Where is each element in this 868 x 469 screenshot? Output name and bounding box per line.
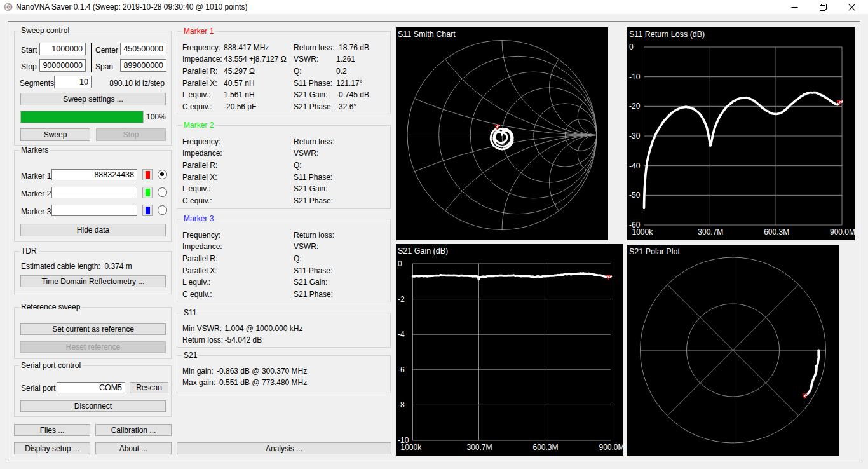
stop-input[interactable] [39, 59, 86, 72]
svg-text:-50: -50 [629, 191, 641, 200]
s11-info-rows: Min VSWR: 1.004 @ 1000.000 kHz Return lo… [182, 322, 290, 346]
sweep-settings-button[interactable]: Sweep settings ... [20, 93, 166, 105]
set-reference-button[interactable]: Set current as reference [20, 323, 166, 335]
marker-3-color-button[interactable] [142, 205, 153, 216]
marker-data-row: S21 Gain: [294, 276, 402, 289]
maximize-restore-button[interactable] [809, 0, 837, 14]
rescan-button[interactable]: Rescan [130, 382, 168, 393]
serial-port-title: Serial port control [19, 361, 83, 370]
s21-info-value: -0.863 dB @ 300.370 MHz [217, 367, 307, 376]
marker-field-label: S21 Gain: [294, 184, 327, 193]
tdr-button[interactable]: Time Domain Reflectometry ... [20, 275, 166, 287]
marker-left-column: Frequency: Impedance: Parallel R: Parall… [182, 229, 290, 300]
svg-text:-6: -6 [398, 365, 405, 374]
marker-1-frequency-input[interactable] [51, 169, 137, 180]
marker-data-row: Q: 0.2 [294, 65, 402, 77]
marker-field-label: VSWR: [294, 55, 318, 64]
s11-info-label: Return loss: [182, 336, 223, 344]
display-setup-button[interactable]: Display setup ... [14, 442, 90, 454]
marker-left-column: Frequency: 888.417 MHz Impedance: 43.554… [182, 41, 290, 112]
marker-2-color-button[interactable] [142, 187, 153, 198]
start-input[interactable] [39, 43, 86, 55]
marker-field-value: 1.561 nH [224, 90, 255, 99]
marker-field-value: 121.17° [336, 79, 363, 88]
s11-info-group-title: S11 [182, 308, 198, 318]
close-button[interactable] [837, 0, 866, 14]
s21-polar-plot-chart[interactable]: S21 Polar Plot [627, 245, 839, 456]
marker-field-label: S11 Phase: [294, 79, 332, 88]
marker-3-radio[interactable] [158, 205, 167, 215]
marker-2-frequency-input[interactable] [51, 187, 137, 198]
s11-info-value: 1.004 @ 1000.000 kHz [225, 324, 303, 333]
marker-data-row: S21 Gain: [294, 183, 402, 195]
marker-2-radio[interactable] [158, 187, 167, 197]
marker-field-value: 1.261 [336, 55, 355, 64]
marker-1-group-title: Marker 1 [182, 27, 215, 36]
segments-label: Segments [20, 79, 54, 88]
s21-info-rows: Min gain: -0.863 dB @ 300.370 MHz Max ga… [182, 365, 290, 388]
markers-group: Markers Marker 1 Marker 2 Marker 3 Hide … [14, 150, 172, 242]
marker-field-label: Impedance: [182, 242, 222, 251]
stop-button[interactable]: Stop [96, 128, 166, 141]
s11-return-loss-chart[interactable]: 0-10-20-30-40-50-601000k300.7M600.3M900.… [627, 27, 855, 240]
s21-info-label: Max gain: [182, 378, 215, 387]
marker-field-value: 40.57 nH [224, 79, 255, 88]
marker-field-label: L equiv.: [182, 90, 210, 99]
marker-field-value: -32.6° [336, 102, 356, 111]
marker-color-swatch [146, 189, 150, 196]
marker-data-row: Frequency: 888.417 MHz [182, 41, 290, 53]
svg-text:300.7M: 300.7M [467, 443, 492, 452]
marker-field-value: -18.76 dB [336, 43, 369, 52]
marker-right-column: Return loss: -18.76 dB VSWR: 1.261 Q: 0.… [294, 41, 402, 112]
center-input[interactable] [120, 43, 166, 55]
files-button[interactable]: Files ... [14, 424, 90, 436]
svg-text:300.7M: 300.7M [698, 228, 723, 236]
s21-gain-chart[interactable]: 0-2-4-6-8-101000k300.7M600.3M900.0MS21 G… [396, 244, 623, 456]
minimize-button[interactable] [780, 0, 809, 14]
marker-field-label: S21 Gain: [294, 278, 327, 287]
step-size-text: 890.10 kHz/step [109, 79, 165, 88]
marker-1-color-button[interactable] [142, 169, 153, 180]
marker-field-label: Return loss: [294, 43, 334, 52]
marker-field-label: Impedance: [182, 149, 222, 158]
marker-field-label: S11 Phase: [294, 266, 332, 275]
marker-field-label: Parallel X: [182, 79, 217, 88]
sweep-control-group: Sweep control Start Center Stop Span Seg… [14, 31, 172, 146]
segments-input[interactable] [54, 76, 92, 88]
serial-port-input[interactable] [57, 382, 125, 393]
s11-info-row: Min VSWR: 1.004 @ 1000.000 kHz [182, 322, 290, 334]
marker-field-label: Parallel X: [182, 266, 217, 275]
marker-data-row: Parallel X: [182, 171, 290, 183]
about-button[interactable]: About ... [95, 442, 172, 454]
marker-1-radio[interactable] [158, 170, 167, 179]
sweep-control-title: Sweep control [19, 26, 71, 36]
marker-data-row: C equiv.: -20.56 pF [182, 100, 290, 112]
s21-info-row: Min gain: -0.863 dB @ 300.370 MHz [182, 365, 290, 377]
nanovna-saver-window: {"window":{"title":"NanoVNA Saver 0.1.4 … [0, 0, 868, 469]
calibration-button[interactable]: Calibration ... [95, 424, 172, 436]
sweep-button[interactable]: Sweep [20, 128, 90, 141]
marker-data-row: Frequency: [182, 135, 290, 147]
marker-data-row: S11 Phase: [294, 264, 402, 276]
marker-data-row: L equiv.: [182, 276, 290, 289]
svg-text:S21 Polar Plot: S21 Polar Plot [629, 247, 680, 256]
reset-reference-button[interactable]: Reset reference [20, 341, 166, 353]
hide-data-button[interactable]: Hide data [20, 224, 166, 236]
marker-field-label: Frequency: [182, 43, 220, 52]
svg-text:S21 Gain (dB): S21 Gain (dB) [398, 247, 448, 255]
analysis-button[interactable]: Analysis ... [177, 442, 391, 454]
sweep-row-segments: Segments 890.10 kHz/step [15, 76, 171, 88]
s11-smith-chart[interactable]: S11 Smith Chart [396, 27, 608, 240]
marker-field-label: S21 Phase: [294, 102, 333, 111]
marker-data-row: VSWR: [294, 147, 402, 160]
marker-field-label: C equiv.: [182, 102, 212, 111]
marker-input-row: Marker 2 [15, 187, 171, 200]
close-icon [848, 4, 855, 11]
app-icon [4, 3, 13, 11]
span-input[interactable] [120, 59, 166, 72]
tdr-group-title: TDR [19, 247, 39, 256]
radio-dot [160, 172, 164, 176]
disconnect-button[interactable]: Disconnect [20, 400, 166, 412]
marker-3-frequency-input[interactable] [51, 205, 137, 216]
marker-data-row: S21 Phase: [294, 288, 402, 300]
